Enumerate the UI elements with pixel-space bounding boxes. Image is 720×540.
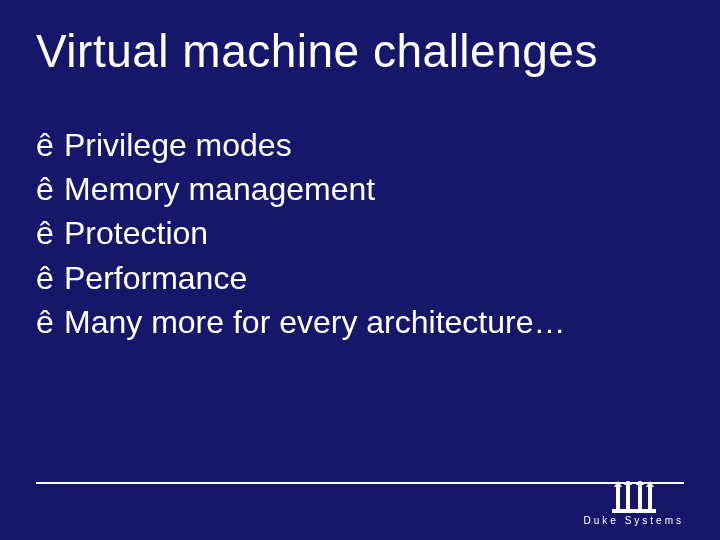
footer-logo: Duke Systems: [584, 481, 684, 526]
slide-title: Virtual machine challenges: [36, 24, 598, 78]
svg-rect-8: [612, 509, 656, 513]
bullet-marker: ê: [36, 124, 64, 166]
bullet-item: ê Performance: [36, 257, 684, 299]
chapel-icon: [606, 481, 662, 513]
bullet-item: ê Privilege modes: [36, 124, 684, 166]
svg-marker-2: [626, 485, 630, 513]
bullet-marker: ê: [36, 301, 64, 343]
bullet-marker: ê: [36, 257, 64, 299]
footer-logo-label: Duke Systems: [584, 515, 684, 526]
bullet-item: ê Protection: [36, 212, 684, 254]
svg-marker-1: [614, 481, 622, 487]
bullet-item: ê Memory management: [36, 168, 684, 210]
bullet-text: Memory management: [64, 168, 375, 210]
bullet-text: Many more for every architecture…: [64, 301, 566, 343]
svg-marker-3: [624, 481, 632, 485]
svg-marker-7: [646, 481, 654, 487]
bullet-marker: ê: [36, 168, 64, 210]
bullet-item: ê Many more for every architecture…: [36, 301, 684, 343]
svg-marker-5: [636, 481, 644, 485]
bullet-text: Protection: [64, 212, 208, 254]
bullet-text: Performance: [64, 257, 247, 299]
slide-body: ê Privilege modes ê Memory management ê …: [36, 124, 684, 345]
bullet-marker: ê: [36, 212, 64, 254]
slide: Virtual machine challenges ê Privilege m…: [0, 0, 720, 540]
bullet-text: Privilege modes: [64, 124, 292, 166]
svg-marker-4: [638, 485, 642, 513]
